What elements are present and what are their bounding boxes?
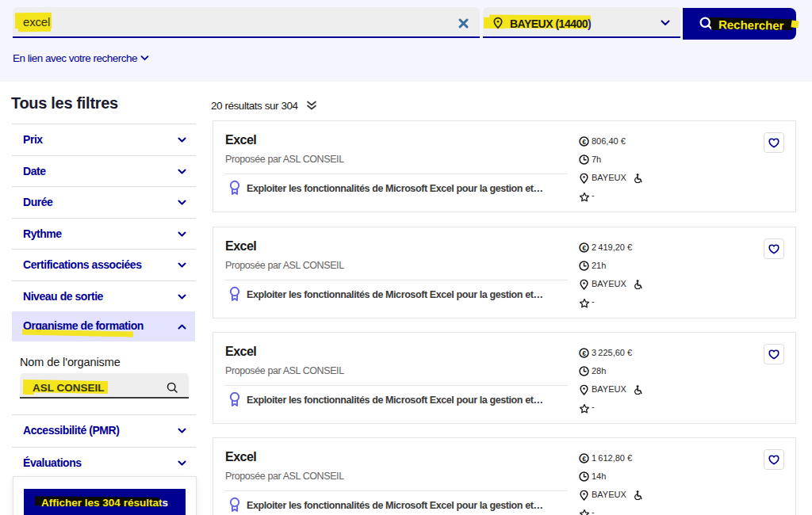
svg-text:€: € bbox=[582, 455, 586, 463]
svg-text:€: € bbox=[582, 244, 586, 252]
svg-text:€: € bbox=[582, 138, 586, 146]
svg-text:€: € bbox=[582, 349, 586, 357]
